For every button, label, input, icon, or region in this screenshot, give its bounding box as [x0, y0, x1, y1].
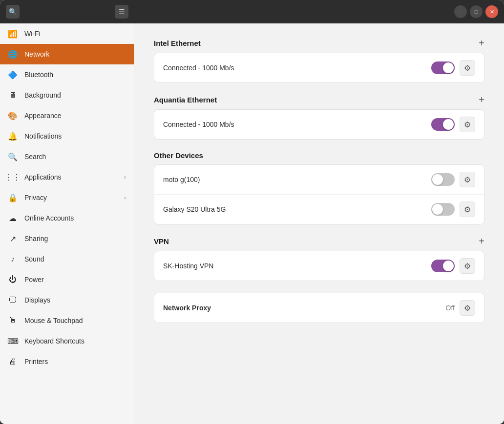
row-label-moto-row: moto g(100): [163, 176, 431, 183]
card-intel-ethernet: Connected - 1000 Mb/s⚙: [154, 53, 484, 83]
close-button[interactable]: ✕: [485, 5, 498, 18]
toggle-knob-aquantia-row: [443, 119, 454, 130]
sidebar-item-appearance[interactable]: 🎨Appearance: [0, 105, 134, 126]
main-content: Intel Ethernet+Connected - 1000 Mb/s⚙Aqu…: [134, 23, 504, 424]
toggle-moto-row[interactable]: [431, 173, 455, 186]
sidebar-item-privacy[interactable]: 🔒Privacy›: [0, 187, 134, 208]
toggle-galaxy-row[interactable]: [431, 203, 455, 216]
settings-button-intel-row[interactable]: ⚙: [460, 60, 475, 76]
sidebar-item-mouse-touchpad[interactable]: 🖱Mouse & Touchpad: [0, 310, 134, 331]
section-title-intel-ethernet: Intel Ethernet: [154, 39, 201, 47]
maximize-button[interactable]: □: [470, 5, 483, 18]
sidebar-label-mouse-touchpad: Mouse & Touchpad: [24, 317, 83, 324]
toggle-aquantia-row[interactable]: [431, 118, 455, 131]
displays-icon: 🖵: [8, 295, 18, 305]
menu-icon: ☰: [119, 8, 125, 16]
mouse-touchpad-icon: 🖱: [8, 316, 18, 325]
row-label-galaxy-row: Galaxy S20 Ultra 5G: [163, 205, 431, 213]
section-header-other-devices: Other Devices: [154, 151, 484, 160]
section-proxy: Network ProxyOff⚙: [154, 293, 484, 323]
section-header-intel-ethernet: Intel Ethernet+: [154, 38, 484, 48]
menu-button[interactable]: ☰: [115, 5, 128, 19]
sidebar-item-online-accounts[interactable]: ☁Online Accounts: [0, 208, 134, 228]
sidebar-label-sound: Sound: [24, 255, 44, 263]
content-area: 📶Wi-Fi🌐Network🔷Bluetooth🖥Background🎨Appe…: [0, 23, 504, 424]
sidebar: 📶Wi-Fi🌐Network🔷Bluetooth🖥Background🎨Appe…: [0, 23, 134, 424]
sidebar-label-background: Background: [24, 91, 61, 99]
add-button-intel-ethernet[interactable]: +: [479, 38, 484, 48]
sidebar-item-bluetooth[interactable]: 🔷Bluetooth: [0, 64, 134, 85]
sidebar-item-background[interactable]: 🖥Background: [0, 85, 134, 105]
sharing-icon: ↗: [8, 234, 18, 243]
sidebar-item-keyboard-shortcuts[interactable]: ⌨Keyboard Shortcuts: [0, 331, 134, 351]
row-label-aquantia-row: Connected - 1000 Mb/s: [163, 121, 431, 128]
section-vpn: VPN+SK-Hosting VPN⚙: [154, 236, 484, 281]
toggle-knob-vpn-row: [443, 261, 454, 271]
sidebar-item-printers[interactable]: 🖨Printers: [0, 351, 134, 372]
section-other-devices: Other Devicesmoto g(100)⚙Galaxy S20 Ultr…: [154, 151, 484, 224]
sidebar-item-sharing[interactable]: ↗Sharing: [0, 228, 134, 249]
sidebar-label-privacy: Privacy: [24, 194, 47, 202]
sidebar-item-network[interactable]: 🌐Network: [0, 44, 134, 64]
toggle-knob-intel-row: [443, 62, 454, 73]
background-icon: 🖥: [8, 90, 18, 100]
settings-button-moto-row[interactable]: ⚙: [460, 172, 475, 187]
sidebar-item-sound[interactable]: ♪Sound: [0, 249, 134, 269]
add-button-aquantia-ethernet[interactable]: +: [479, 95, 484, 104]
sidebar-item-power[interactable]: ⏻Power: [0, 269, 134, 290]
window-controls: − □ ✕: [448, 5, 504, 18]
toggle-knob-moto-row: [432, 174, 443, 185]
toggle-intel-row[interactable]: [431, 61, 455, 74]
minimize-button[interactable]: −: [454, 5, 467, 18]
sidebar-item-applications[interactable]: ⋮⋮Applications›: [0, 167, 134, 187]
sidebar-item-search[interactable]: 🔍Search: [0, 146, 134, 167]
sound-icon: ♪: [8, 254, 18, 264]
row-label-vpn-row: SK-Hosting VPN: [163, 262, 431, 270]
card-other-devices: moto g(100)⚙Galaxy S20 Ultra 5G⚙: [154, 164, 484, 224]
bluetooth-icon: 🔷: [8, 70, 18, 80]
proxy-settings-button[interactable]: ⚙: [460, 300, 475, 316]
sidebar-label-notifications: Notifications: [24, 132, 62, 140]
maximize-icon: □: [475, 9, 478, 15]
settings-button-galaxy-row[interactable]: ⚙: [460, 202, 475, 217]
sidebar-item-wifi[interactable]: 📶Wi-Fi: [0, 23, 134, 44]
row-vpn-row: SK-Hosting VPN⚙: [154, 251, 484, 281]
close-icon: ✕: [490, 9, 494, 15]
settings-button-vpn-row[interactable]: ⚙: [460, 258, 475, 274]
section-header-aquantia-ethernet: Aquantia Ethernet+: [154, 95, 484, 104]
titlebar-left: 🔍 ☰: [0, 5, 134, 19]
sidebar-label-displays: Displays: [24, 296, 50, 304]
toggle-vpn-row[interactable]: [431, 260, 455, 272]
search-button[interactable]: 🔍: [6, 5, 20, 19]
sidebar-label-bluetooth: Bluetooth: [24, 71, 53, 79]
applications-icon: ⋮⋮: [8, 172, 18, 182]
keyboard-shortcuts-icon: ⌨: [8, 336, 18, 346]
online-accounts-icon: ☁: [8, 213, 18, 223]
sidebar-item-notifications[interactable]: 🔔Notifications: [0, 126, 134, 146]
search-icon: 🔍: [8, 152, 18, 162]
wifi-icon: 📶: [8, 29, 18, 39]
settings-button-aquantia-row[interactable]: ⚙: [460, 117, 475, 132]
row-proxy: Network ProxyOff⚙: [154, 293, 484, 323]
section-title-vpn: VPN: [154, 237, 169, 245]
card-proxy: Network ProxyOff⚙: [154, 293, 484, 323]
add-button-vpn[interactable]: +: [479, 236, 484, 246]
sidebar-label-online-accounts: Online Accounts: [24, 214, 74, 222]
power-icon: ⏻: [8, 275, 18, 284]
row-label-intel-row: Connected - 1000 Mb/s: [163, 64, 431, 72]
sidebar-item-displays[interactable]: 🖵Displays: [0, 290, 134, 310]
row-moto-row: moto g(100)⚙: [154, 165, 484, 195]
section-title-other-devices: Other Devices: [154, 151, 203, 160]
search-icon: 🔍: [9, 8, 17, 16]
sidebar-label-search: Search: [24, 153, 46, 161]
minimize-icon: −: [459, 9, 462, 15]
section-intel-ethernet: Intel Ethernet+Connected - 1000 Mb/s⚙: [154, 38, 484, 83]
row-galaxy-row: Galaxy S20 Ultra 5G⚙: [154, 195, 484, 224]
appearance-icon: 🎨: [8, 111, 18, 121]
sidebar-label-keyboard-shortcuts: Keyboard Shortcuts: [24, 337, 84, 345]
chevron-icon: ›: [124, 194, 126, 201]
section-header-vpn: VPN+: [154, 236, 484, 246]
section-title-aquantia-ethernet: Aquantia Ethernet: [154, 96, 217, 104]
card-aquantia-ethernet: Connected - 1000 Mb/s⚙: [154, 109, 484, 140]
sidebar-label-appearance: Appearance: [24, 112, 62, 120]
